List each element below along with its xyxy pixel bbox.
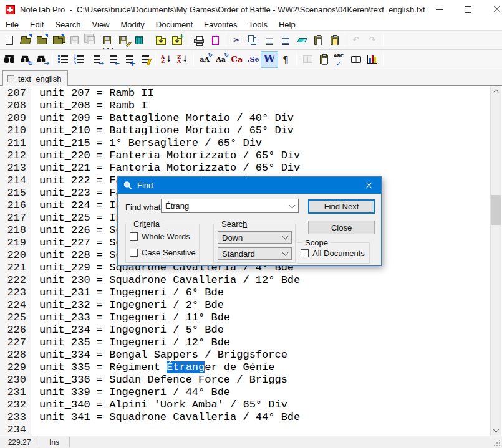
line-text[interactable]: unit_233 = Ingegneri / 11° Bde	[31, 312, 230, 324]
line-text[interactable]: unit_220 = Fanteria Motorizzato / 65° Di…	[31, 150, 300, 162]
print-preview-icon[interactable]	[207, 32, 223, 48]
line-text[interactable]: unit_336 = Sudan Defence Force / Briggs	[31, 374, 287, 386]
line-text[interactable]: unit_208 = Ramb I	[31, 100, 147, 112]
code-line-229[interactable]: 229unit_335 = Régiment Étranger de Génie	[0, 361, 490, 374]
scrollbar-thumb[interactable]	[491, 195, 501, 225]
line-text[interactable]: unit_335 = Régiment Étranger de Génie	[31, 361, 274, 374]
code-line-211[interactable]: 211unit_215 = 1° Bersagliere / 65° Div	[0, 137, 490, 150]
find-icon[interactable]	[1, 52, 17, 67]
open-file-icon[interactable]	[17, 32, 34, 48]
code-line-225[interactable]: 225unit_233 = Ingegneri / 11° Bde	[0, 312, 490, 324]
menu-help[interactable]: Help	[273, 19, 301, 30]
search-direction-dropdown[interactable]: Down	[218, 231, 292, 244]
find-dialog-title-bar[interactable]: Find	[118, 177, 381, 194]
menu-edit[interactable]: Edit	[24, 19, 49, 30]
reopen-folder-icon[interactable]	[50, 32, 66, 48]
statistics-icon[interactable]	[364, 52, 380, 67]
erase-icon[interactable]	[294, 32, 310, 48]
cut-icon[interactable]: ✂	[229, 32, 245, 48]
menu-search[interactable]: Search	[49, 19, 86, 30]
indent-icon[interactable]: →	[88, 52, 104, 67]
code-line-231[interactable]: 231unit_339 = Ingegneri / 44° Bde	[0, 386, 490, 399]
code-line-213[interactable]: 213unit_221 = Fanteria Motorizzato / 65°…	[0, 162, 490, 174]
code-line-208[interactable]: 208unit_208 = Ramb I	[0, 100, 490, 112]
code-line-210[interactable]: 210unit_210 = Battaglione Mortaio / 65° …	[0, 125, 490, 137]
print-icon[interactable]	[191, 32, 207, 48]
show-paragraphs-icon[interactable]: ¶	[278, 52, 294, 67]
code-line-228[interactable]: 228unit_334 = Bengal Sappers / Briggsfor…	[0, 349, 490, 361]
numbered-list-icon[interactable]: 123	[72, 52, 88, 67]
uppercase-icon[interactable]: aA↻	[196, 52, 213, 67]
copy-icon[interactable]	[245, 32, 261, 48]
line-text[interactable]: unit_340 = Alpini 'Uork Amba' / 65° Div	[31, 399, 287, 411]
line-text[interactable]: unit_209 = Battaglione Mortaio / 40° Div	[31, 112, 294, 125]
bullet-list-icon[interactable]	[56, 52, 72, 67]
clipboard-board-icon[interactable]	[316, 52, 332, 67]
save-modified-icon[interactable]	[115, 32, 131, 48]
line-text[interactable]: unit_221 = Fanteria Motorizzato / 65° Di…	[31, 162, 300, 174]
sort-ascending-icon[interactable]: AZ↓	[158, 52, 175, 67]
code-line-222[interactable]: 222unit_230 = Squadrone Cavalleria / 12°…	[0, 274, 490, 287]
code-line-234[interactable]: 234	[0, 424, 490, 436]
outdent-icon[interactable]: ←	[104, 52, 120, 67]
sort-descending-icon[interactable]: ZA↓	[175, 52, 191, 67]
case-sensitive-option[interactable]: Case Sensitive	[130, 248, 196, 257]
find-next-icon[interactable]: →	[34, 52, 50, 67]
whole-words-option[interactable]: Whole Words	[130, 232, 190, 241]
replace-icon[interactable]: ↻	[17, 52, 34, 67]
menu-view[interactable]: View	[87, 19, 115, 30]
menu-file[interactable]: File	[0, 19, 24, 30]
join-lines-icon[interactable]: +	[120, 52, 137, 67]
save-as-icon[interactable]: ...	[99, 32, 115, 48]
clipboard-copy-icon[interactable]	[326, 32, 342, 48]
delete-file-icon[interactable]	[131, 32, 147, 48]
line-text[interactable]: unit_334 = Bengal Sappers / Briggsforce	[31, 349, 287, 361]
paste-special-icon[interactable]	[278, 32, 294, 48]
open-folder-icon[interactable]	[34, 32, 50, 48]
search-mode-dropdown[interactable]: Standard	[218, 247, 292, 260]
find-next-button[interactable]: Find Next	[308, 199, 375, 214]
line-text[interactable]: unit_231 = Ingegneri / 6° Bde	[31, 287, 224, 299]
clipboard-paste-icon[interactable]	[310, 32, 326, 48]
dictionary-icon[interactable]	[348, 52, 364, 67]
find-dialog-close-button[interactable]	[356, 177, 381, 194]
code-line-232[interactable]: 232unit_340 = Alpini 'Uork Amba' / 65° D…	[0, 399, 490, 411]
capitalize-icon[interactable]: Ca	[229, 52, 245, 67]
menu-tools[interactable]: Tools	[243, 19, 273, 30]
code-line-226[interactable]: 226unit_234 = Ingegneri / 5° Bde	[0, 324, 490, 336]
close-button[interactable]	[483, 0, 502, 19]
lowercase-icon[interactable]: Aa↻	[213, 52, 229, 67]
find-what-combobox[interactable]: Étrang	[161, 199, 299, 213]
line-text[interactable]: unit_235 = Ingegneri / 12° Bde	[31, 336, 230, 349]
line-text[interactable]: unit_215 = 1° Bersagliere / 65° Div	[31, 137, 262, 150]
paste-icon[interactable]	[261, 32, 278, 48]
line-text[interactable]: unit_207 = Ramb II	[31, 87, 154, 100]
vertical-scrollbar[interactable]	[490, 86, 501, 436]
scroll-up-button[interactable]	[491, 86, 501, 97]
code-line-223[interactable]: 223unit_231 = Ingegneri / 6° Bde	[0, 287, 490, 299]
spell-check-icon[interactable]: ABC✓	[332, 52, 348, 67]
resize-grip[interactable]	[493, 439, 501, 447]
scroll-down-button[interactable]	[491, 425, 501, 436]
line-text[interactable]: unit_234 = Ingegneri / 5° Bde	[31, 324, 224, 336]
new-document-icon[interactable]	[1, 32, 17, 48]
code-line-227[interactable]: 227unit_235 = Ingegneri / 12° Bde	[0, 336, 490, 349]
menu-modify[interactable]: Modify	[115, 19, 150, 30]
line-text[interactable]: unit_232 = Ingegneri / 2° Bde	[31, 299, 224, 312]
open-favorites-icon[interactable]: *	[153, 32, 169, 48]
code-line-212[interactable]: 212unit_220 = Fanteria Motorizzato / 65°…	[0, 150, 490, 162]
line-text[interactable]: unit_339 = Ingegneri / 44° Bde	[31, 386, 230, 399]
all-documents-checkbox[interactable]	[301, 249, 309, 257]
code-line-209[interactable]: 209unit_209 = Battaglione Mortaio / 40° …	[0, 112, 490, 125]
maximize-button[interactable]	[454, 0, 483, 19]
minimize-button[interactable]	[425, 0, 454, 19]
line-text[interactable]	[31, 424, 39, 436]
code-line-230[interactable]: 230unit_336 = Sudan Defence Force / Brig…	[0, 374, 490, 386]
line-text[interactable]: unit_341 = Squadrone Cavalleria / 44° Bd…	[31, 411, 300, 424]
code-line-207[interactable]: 207unit_207 = Ramb II	[0, 87, 490, 100]
word-wrap-icon[interactable]: W	[261, 52, 278, 67]
case-sensitive-checkbox[interactable]	[130, 249, 138, 257]
code-line-224[interactable]: 224unit_232 = Ingegneri / 2° Bde	[0, 299, 490, 312]
sentence-case-icon[interactable]: .Se	[245, 52, 261, 67]
code-line-233[interactable]: 233unit_341 = Squadrone Cavalleria / 44°…	[0, 411, 490, 424]
